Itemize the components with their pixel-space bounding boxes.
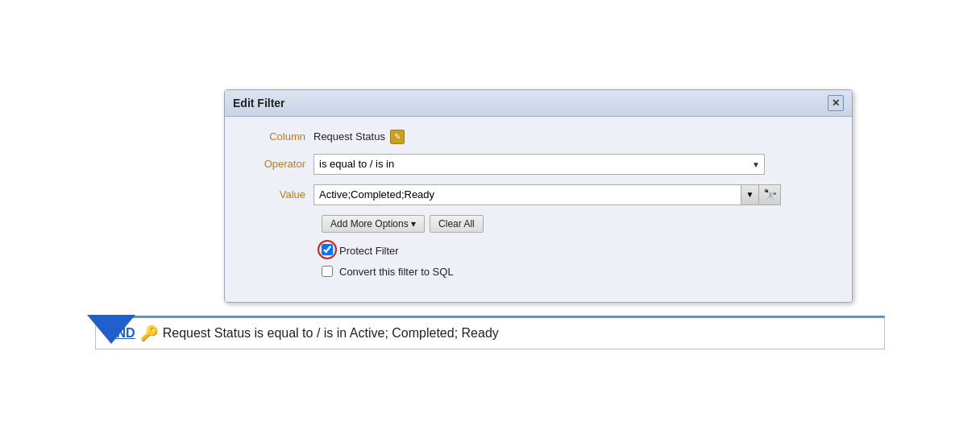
value-input[interactable] — [314, 184, 741, 205]
filter-description: Request Status is equal to / is in Activ… — [163, 326, 499, 341]
dialog-titlebar: Edit Filter ✕ — [225, 90, 852, 117]
clear-all-button[interactable]: Clear All — [430, 215, 484, 233]
edit-filter-dialog: Edit Filter ✕ Column Request Status ✎ Op… — [224, 89, 853, 303]
action-buttons-row: Add More Options ▾ Clear All — [322, 215, 836, 233]
value-field: ▼ 🔭 — [314, 184, 836, 205]
column-edit-icon[interactable]: ✎ — [390, 130, 405, 144]
filter-summary-bar: AND 🔑 Request Status is equal to / is in… — [95, 316, 885, 349]
operator-field: is equal to / is in is not equal to cont… — [314, 154, 836, 175]
key-icon: 🔑 — [140, 324, 158, 342]
protect-filter-checkbox-wrapper — [322, 244, 339, 258]
column-value-text: Request Status — [314, 130, 385, 143]
operator-row: Operator is equal to / is in is not equa… — [241, 154, 836, 175]
value-input-group: ▼ 🔭 — [314, 184, 781, 205]
convert-sql-checkbox[interactable] — [322, 266, 333, 277]
column-label: Column — [241, 130, 314, 143]
value-label: Value — [241, 188, 314, 200]
operator-label: Operator — [241, 158, 314, 170]
value-row: Value ▼ 🔭 — [241, 184, 836, 205]
value-search-button[interactable]: 🔭 — [758, 184, 781, 205]
protect-filter-checkbox[interactable] — [322, 244, 333, 255]
dialog-title: Edit Filter — [233, 97, 285, 110]
protect-filter-row: Protect Filter — [322, 244, 836, 258]
convert-sql-label: Convert this filter to SQL — [339, 266, 454, 278]
value-dropdown-button[interactable]: ▼ — [741, 184, 758, 205]
operator-select-wrapper: is equal to / is in is not equal to cont… — [314, 154, 765, 175]
column-field: Request Status ✎ — [314, 130, 836, 144]
column-value: Request Status ✎ — [314, 130, 405, 144]
column-row: Column Request Status ✎ — [241, 130, 836, 144]
protect-filter-label: Protect Filter — [339, 245, 399, 257]
close-button[interactable]: ✕ — [828, 95, 844, 111]
add-more-options-button[interactable]: Add More Options ▾ — [322, 215, 425, 233]
operator-select[interactable]: is equal to / is in is not equal to cont… — [314, 154, 765, 175]
convert-sql-row: Convert this filter to SQL — [322, 266, 836, 278]
dialog-body: Column Request Status ✎ Operator is equa… — [225, 117, 852, 302]
